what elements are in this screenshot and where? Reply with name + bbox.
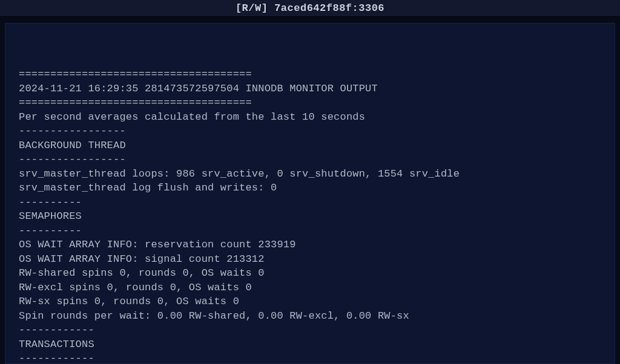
terminal-line: OS WAIT ARRAY INFO: reservation count 23… [19, 238, 601, 252]
terminal-line: ---------- [19, 224, 601, 238]
terminal-line: ===================================== [19, 96, 601, 110]
terminal-line: ----------------- [19, 152, 601, 167]
title-text: [R/W] 7aced642f88f:3306 [236, 2, 384, 14]
terminal-line: Per second averages calculated from the … [19, 110, 601, 125]
terminal-output: =====================================202… [19, 67, 601, 364]
terminal-line: srv_master_thread log flush and writes: … [19, 181, 601, 195]
terminal-line: RW-shared spins 0, rounds 0, OS waits 0 [19, 266, 601, 281]
title-bar: [R/W] 7aced642f88f:3306 [0, 0, 620, 17]
host-indicator: 7aced642f88f:3306 [274, 2, 384, 14]
terminal-line: Spin rounds per wait: 0.00 RW-shared, 0.… [19, 309, 601, 323]
mode-indicator: [R/W] [236, 2, 268, 14]
terminal-line: ----------------- [19, 124, 601, 138]
terminal-line: ------------ [19, 323, 601, 337]
terminal-line: RW-excl spins 0, rounds 0, OS waits 0 [19, 281, 601, 295]
terminal-line: RW-sx spins 0, rounds 0, OS waits 0 [19, 294, 601, 309]
terminal-line: 2024-11-21 16:29:35 281473572597504 INNO… [19, 82, 601, 96]
terminal-line: BACKGROUND THREAD [19, 138, 601, 153]
terminal-line: ===================================== [19, 67, 601, 82]
terminal-line: ------------ [19, 351, 601, 364]
terminal-line: OS WAIT ARRAY INFO: signal count 213312 [19, 252, 601, 267]
terminal-line: SEMAPHORES [19, 209, 601, 224]
terminal-line: ---------- [19, 195, 601, 210]
terminal-line: TRANSACTIONS [19, 337, 601, 352]
terminal-panel[interactable]: =====================================202… [5, 23, 615, 364]
terminal-line: srv_master_thread loops: 986 srv_active,… [19, 167, 601, 181]
